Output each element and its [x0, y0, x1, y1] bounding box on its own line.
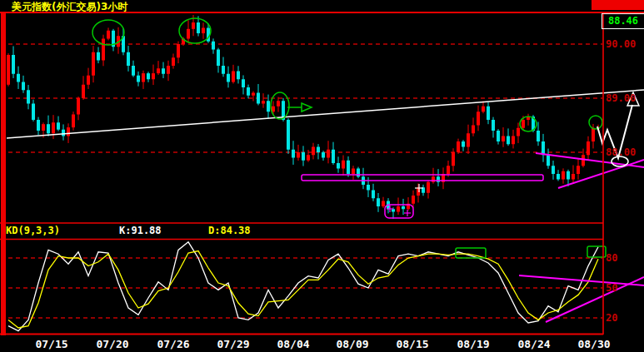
candle-body: [577, 166, 580, 174]
candle-body: [402, 206, 405, 209]
candle-body: [367, 185, 370, 191]
candle-body: [97, 52, 100, 61]
candle-body: [32, 104, 35, 121]
candle-body: [522, 120, 525, 128]
candle-body: [257, 93, 260, 104]
candle-body: [37, 120, 40, 131]
candle-body: [287, 120, 290, 150]
candle-body: [242, 79, 245, 87]
candle-body: [67, 127, 70, 136]
kd-d-value: D:84.38: [208, 225, 251, 236]
candle-body: [82, 85, 85, 98]
candle-body: [212, 42, 215, 50]
price-axis-label: 90.00: [606, 39, 636, 49]
kd-indicator-label[interactable]: KD(9,3,3): [6, 225, 60, 236]
candle-body: [317, 147, 320, 153]
date-axis-label: 08/04: [277, 339, 310, 350]
candle-body: [137, 76, 140, 82]
date-axis-label: 07/26: [157, 339, 190, 350]
chart-window: 美元指数(外汇交易)3小时 88.46 KD(9,3,3) K:91.88 D:…: [0, 0, 644, 352]
kd-wedge-upper[interactable]: [519, 275, 644, 285]
date-axis-label: 07/29: [217, 339, 250, 350]
candle-body: [447, 166, 450, 174]
candle-body: [222, 66, 225, 74]
kd-wedge-lower[interactable]: [546, 277, 644, 322]
candle-body: [102, 39, 105, 61]
candle-body: [587, 141, 590, 155]
candle-body: [482, 107, 485, 112]
kd-axis-label: 50: [606, 283, 617, 293]
candle-body: [572, 174, 575, 180]
kd-k-value: K:91.88: [119, 225, 162, 236]
candle-body: [562, 171, 565, 180]
candle-body: [12, 55, 15, 74]
candle-body: [267, 101, 270, 112]
candle-body: [477, 112, 480, 125]
last-price-box: 88.46: [602, 13, 644, 29]
candle-body: [247, 87, 250, 96]
candle-body: [517, 128, 520, 136]
candle-body: [512, 136, 515, 145]
candle-body: [177, 44, 180, 57]
candle-body: [157, 68, 160, 73]
chart-canvas[interactable]: [0, 0, 644, 352]
candle-body: [467, 133, 470, 146]
candle-body: [197, 22, 200, 33]
candle-body: [27, 90, 30, 103]
last-peak-circle[interactable]: [589, 116, 602, 129]
candle-body: [332, 150, 335, 163]
date-axis-label: 07/15: [35, 339, 68, 350]
candle-body: [357, 169, 360, 177]
kd-line-D: [8, 251, 598, 328]
candle-body: [487, 107, 490, 120]
candle-body: [17, 74, 20, 82]
candle-body: [72, 115, 75, 128]
candle-body: [237, 72, 240, 80]
candle-body: [142, 73, 145, 82]
candle-body: [327, 150, 330, 158]
candle-body: [107, 31, 110, 39]
candle-body: [552, 166, 555, 174]
candle-body: [217, 50, 220, 67]
candle-body: [537, 131, 540, 141]
left-border: [1, 12, 6, 335]
candle-body: [162, 68, 165, 74]
candle-body: [427, 182, 430, 193]
candle-body: [437, 176, 440, 182]
candle-body: [187, 29, 190, 39]
date-axis-label: 08/19: [457, 339, 490, 350]
candle-body: [492, 120, 495, 131]
candle-body: [302, 152, 305, 161]
candle-body: [172, 57, 175, 66]
candle-body: [312, 147, 315, 156]
candle-body: [412, 196, 415, 204]
top2-circle[interactable]: [179, 18, 211, 43]
candle-body: [347, 161, 350, 174]
kd-axis-label: 20: [606, 313, 617, 323]
support-channel[interactable]: [302, 175, 543, 181]
candle-body: [147, 73, 150, 79]
candle-body: [472, 126, 475, 134]
candle-body: [432, 176, 435, 182]
price-axis-label: 89.00: [606, 93, 636, 103]
candle-body: [252, 93, 255, 96]
date-axis-label: 08/24: [517, 339, 551, 350]
candle-body: [42, 124, 45, 131]
rising-trendline[interactable]: [7, 90, 644, 138]
pennant-lower[interactable]: [558, 160, 644, 188]
candle-body: [322, 152, 325, 158]
price-axis-label: 88.00: [606, 147, 636, 157]
candle-body: [457, 141, 460, 152]
candle-body: [297, 152, 300, 158]
candle-body: [342, 161, 345, 169]
candle-body: [502, 136, 505, 142]
candle-body: [542, 141, 545, 155]
candle-body: [232, 72, 235, 82]
candle-body: [262, 101, 265, 103]
candle-body: [372, 191, 375, 199]
kd-axis-label: 80: [606, 253, 617, 263]
candle-body: [52, 122, 55, 133]
candle-body: [352, 169, 355, 175]
green-right-arrowhead[interactable]: [302, 103, 312, 112]
date-axis-label: 08/09: [336, 339, 369, 350]
